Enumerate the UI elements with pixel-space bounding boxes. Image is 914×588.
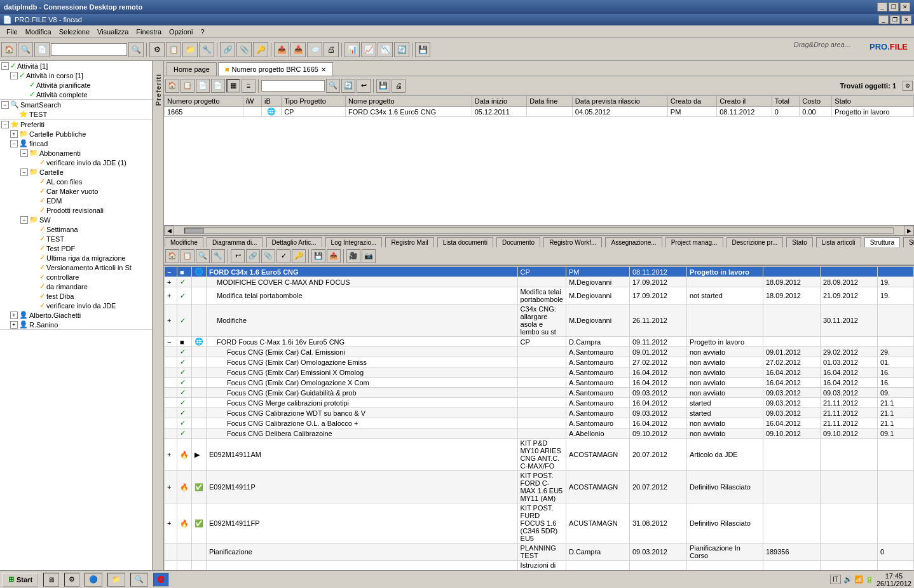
taskbar-app-5[interactable]: 🔍 xyxy=(130,573,148,587)
inner-minimize-button[interactable]: _ xyxy=(878,15,889,24)
tab-modifiche[interactable]: Modifiche xyxy=(165,237,203,247)
restore-button[interactable]: ❐ xyxy=(889,3,899,11)
tree-attivita-complete[interactable]: ✓ Attività complete xyxy=(0,90,152,99)
tree-sw[interactable]: − 📁 SW xyxy=(0,215,152,224)
tab-struttura[interactable]: Struttura xyxy=(864,237,900,247)
tree-verificare2[interactable]: ✓ verificare invio da JDE xyxy=(0,301,152,310)
table-row[interactable]: ✓ Focus CNG Calibrazione WDT su banco & … xyxy=(165,408,914,418)
tab-close-icon[interactable]: ✕ xyxy=(321,66,326,73)
menu-finestra[interactable]: Finestra xyxy=(132,27,165,37)
btb-btn-8[interactable]: ✓ xyxy=(276,249,290,263)
btb-btn-7[interactable]: 📎 xyxy=(261,249,275,263)
inner-title-buttons[interactable]: _ ❐ ✕ xyxy=(878,15,911,24)
tab-lista-documenti[interactable]: Lista documenti xyxy=(437,237,493,247)
alberto-expand[interactable]: + xyxy=(10,311,18,319)
tree-versionamento[interactable]: ✓ Versionamento Articoli in St xyxy=(0,263,152,272)
table-row[interactable]: + 🔥 ✅ E092M14911FP KIT POST. FURD FOCUS … xyxy=(165,503,914,544)
btb-btn-9[interactable]: 🔑 xyxy=(292,249,306,263)
tab-stato[interactable]: Stato xyxy=(786,237,812,247)
top-search-box[interactable] xyxy=(261,80,325,92)
tab-struttura-utiliz[interactable]: Struttura utiliz... xyxy=(903,237,914,247)
tb-btn-13[interactable]: 📈 xyxy=(361,42,376,57)
btb-btn-1[interactable]: 🏠 xyxy=(165,249,179,263)
btb-btn-4[interactable]: 🔧 xyxy=(211,249,225,263)
tb-btn-7[interactable]: 🔑 xyxy=(253,42,268,57)
inner-restore-button[interactable]: ❐ xyxy=(890,15,900,24)
tb-search-button[interactable]: 🔍 xyxy=(128,42,144,57)
tb-btn-5[interactable]: 🔗 xyxy=(220,42,235,57)
table-row[interactable]: ✓ Focus CNG (Emix Car) Omologazione Emis… xyxy=(165,357,914,367)
tab-lista-articoli[interactable]: Lista articoli xyxy=(816,237,861,247)
tb2-refresh[interactable]: 🔄 xyxy=(341,79,355,93)
tb-btn-4[interactable]: 🔧 xyxy=(199,42,214,57)
tb2-btn-6[interactable]: ≡ xyxy=(242,79,256,93)
tab-documento[interactable]: Documento xyxy=(496,237,540,247)
tree-test-diba[interactable]: ✓ test Diba xyxy=(0,291,152,301)
abbonamenti-expand[interactable]: − xyxy=(20,149,28,157)
bottom-table-scroll[interactable]: − ■ 🌐 FORD C34x 1.6 Euro5 CNG CP PM 08.1… xyxy=(164,266,914,571)
tb2-back[interactable]: ↩ xyxy=(357,79,371,93)
menu-opzioni[interactable]: Opzioni xyxy=(165,27,196,37)
tb2-btn-4[interactable]: 📄 xyxy=(211,79,225,93)
tb-btn-1[interactable]: ⚙ xyxy=(149,42,165,57)
tree-rsanino[interactable]: + 👤 R.Sanino xyxy=(0,320,152,329)
tab-log[interactable]: Log Integrazio... xyxy=(325,237,383,247)
attivita-corso-expand[interactable]: − xyxy=(10,72,18,79)
table-row[interactable]: + 🔥 ✅ E092M14911P KIT POST. FORD C-MAX 1… xyxy=(165,471,914,503)
menu-selezione[interactable]: Selezione xyxy=(55,27,93,37)
tb-btn-16[interactable]: 💾 xyxy=(415,42,430,57)
top-scrollbar[interactable]: ◀ ▶ xyxy=(164,225,914,235)
tb-btn-6[interactable]: 📎 xyxy=(236,42,252,57)
btb-btn-13[interactable]: 📷 xyxy=(362,249,376,263)
tree-preferiti[interactable]: − ⭐ Preferiti xyxy=(0,120,152,129)
table-row[interactable]: ✓ Focus CNG Delibera Calibrazoine A.Abel… xyxy=(165,428,914,439)
taskbar-app-4[interactable]: 📁 xyxy=(107,573,125,587)
tb2-btn-2[interactable]: 📋 xyxy=(181,79,194,93)
btb-btn-2[interactable]: 📋 xyxy=(181,249,194,263)
cartelle-expand[interactable]: + xyxy=(10,130,18,138)
table-row[interactable]: 1665 🌐 CP FORD C34x 1.6 Euro5 CNG 05.12.… xyxy=(165,107,914,117)
tree-controllare[interactable]: ✓ controllare xyxy=(0,272,152,282)
tree-alberto[interactable]: + 👤 Alberto.Giachetti xyxy=(0,310,152,320)
tb-btn-11[interactable]: 🖨 xyxy=(324,42,339,57)
tb2-btn-1[interactable]: 🏠 xyxy=(165,79,179,93)
taskbar-app-3[interactable]: 🔵 xyxy=(85,573,102,587)
scroll-thumb[interactable] xyxy=(185,228,204,233)
tab-diagramma[interactable]: Diagramma di... xyxy=(207,237,263,247)
tree-fincad[interactable]: − 👤 fincad xyxy=(0,139,152,148)
activities-expand[interactable]: − xyxy=(1,62,9,70)
tab-descrizione[interactable]: Descrizione pr... xyxy=(726,237,784,247)
table-row[interactable]: Pianificazione PLANNING TEST D.Campra 09… xyxy=(165,544,914,561)
menu-modifica[interactable]: Modifica xyxy=(22,27,55,37)
tb-save-button[interactable]: 📄 xyxy=(34,42,50,57)
btb-btn-3[interactable]: 🔍 xyxy=(196,249,210,263)
tree-car-maker[interactable]: ✓ Car Maker vuoto xyxy=(0,186,152,196)
sw-expand[interactable]: − xyxy=(20,216,28,224)
tree-test2[interactable]: ✓ TEST xyxy=(0,234,152,243)
rsanino-expand[interactable]: + xyxy=(10,321,18,329)
table-row[interactable]: ✓ Focus CNG (Emix Car) Omologazione X Co… xyxy=(165,378,914,388)
tb-new-button[interactable]: 🏠 xyxy=(1,42,17,57)
tb2-print[interactable]: 🖨 xyxy=(392,79,406,93)
table-row[interactable]: ✓ Focus CNG (Emix Car) Emissioni X Omolo… xyxy=(165,367,914,378)
tree-test[interactable]: ⭐ TEST xyxy=(0,109,152,119)
tab-dettaglio[interactable]: Dettaglio Artic... xyxy=(266,237,322,247)
tb2-btn-5[interactable]: ▦ xyxy=(226,79,240,93)
tree-da-rimandare[interactable]: ✓ da rimandare xyxy=(0,282,152,291)
tree-verificare-invio[interactable]: ✓ verificare invio da JDE (1) xyxy=(0,158,152,167)
tb2-settings[interactable]: ⚙ xyxy=(903,81,913,91)
tb-btn-9[interactable]: 📥 xyxy=(290,42,306,57)
btb-btn-10[interactable]: 💾 xyxy=(311,249,325,263)
tab-home[interactable]: Home page xyxy=(167,62,217,76)
tree-abbonamenti[interactable]: − 📁 Abbonamenti xyxy=(0,148,152,158)
tree-edm[interactable]: ✓ EDM xyxy=(0,196,152,205)
btb-btn-12[interactable]: 🎥 xyxy=(346,249,360,263)
search-input[interactable] xyxy=(51,43,127,56)
tab-project[interactable]: ■ Numero progetto BRC 1665 ✕ xyxy=(218,62,333,76)
tab-registro-workf[interactable]: Registro Workf... xyxy=(543,237,602,247)
tree-activities[interactable]: − ✓ Attività [1] xyxy=(0,61,152,71)
btb-btn-11[interactable]: 📤 xyxy=(327,249,341,263)
table-row[interactable]: ✓ Focus CNG (Emix Car) Cal. Emissioni A.… xyxy=(165,347,914,357)
tb-btn-14[interactable]: 📉 xyxy=(378,42,393,57)
scroll-right-arrow[interactable]: ▶ xyxy=(904,226,914,236)
